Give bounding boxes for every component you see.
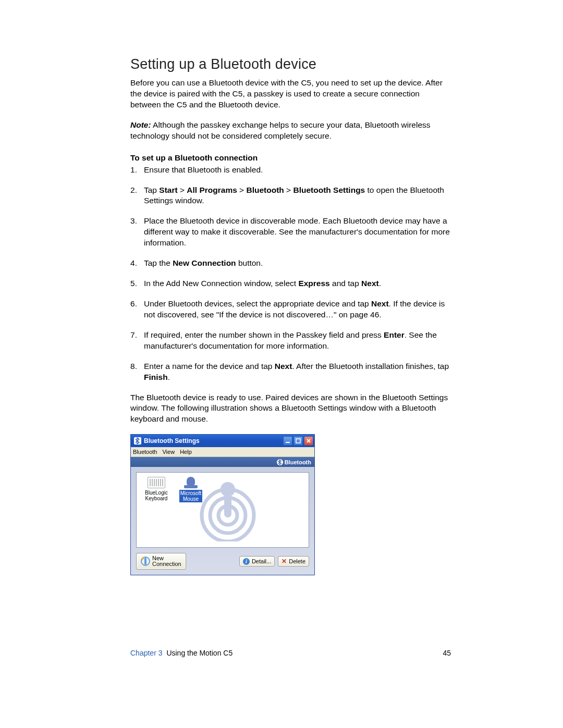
svg-rect-0 [286, 442, 290, 443]
svg-point-2 [218, 506, 237, 525]
new-connection-button[interactable]: ✦ New Connection [136, 553, 186, 570]
bold-start: Start [159, 186, 177, 194]
device-label-line1: Microsoft [180, 490, 202, 496]
device-label-line1: BlueLogic [145, 490, 168, 496]
bold-allprograms: All Programs [187, 186, 237, 194]
procedure-steps: Ensure that Bluetooth is enabled. Tap St… [130, 165, 451, 383]
bold-bluetooth: Bluetooth [246, 186, 284, 194]
svg-point-3 [210, 498, 246, 533]
note-label: Note: [130, 120, 151, 129]
text: > [237, 186, 247, 194]
svg-point-6 [221, 482, 235, 497]
step-5: In the Add New Connection window, select… [130, 278, 451, 289]
info-icon: i [243, 558, 250, 565]
maximize-button[interactable] [293, 436, 303, 446]
text: Under Bluetooth devices, select the appr… [144, 299, 371, 308]
note-paragraph: Note: Although the passkey exchange help… [130, 120, 451, 142]
window-button-row: ✦ New Connection i Detail... ✕ Delete [136, 553, 309, 570]
section-heading: Setting up a Bluetooth device [130, 56, 451, 72]
footer-chapter: Chapter 3 [130, 649, 162, 657]
button-label: Detail... [252, 558, 271, 564]
bluetooth-badge: Bluetooth [277, 459, 311, 465]
minimize-button[interactable] [283, 436, 292, 446]
text: Enter a name for the device and tap [144, 362, 275, 371]
bold-new-connection: New Connection [173, 258, 236, 267]
footer-page-number: 45 [443, 649, 451, 657]
device-keyboard[interactable]: BlueLogic Keyboard [142, 477, 171, 543]
text: . [379, 279, 381, 288]
device-label: Microsoft Mouse [179, 490, 203, 502]
menu-help[interactable]: Help [180, 449, 192, 455]
text: and tap [330, 279, 361, 288]
procedure-subhead: To set up a Bluetooth connection [130, 153, 451, 163]
step-2: Tap Start > All Programs > Bluetooth > B… [130, 185, 451, 207]
bold-enter: Enter [384, 330, 405, 339]
delete-x-icon: ✕ [282, 558, 287, 565]
step-4: Tap the New Connection button. [130, 258, 451, 269]
step-6: Under Bluetooth devices, select the appr… [130, 299, 451, 320]
svg-point-4 [202, 489, 254, 541]
button-label: Delete [289, 558, 305, 564]
button-label-line1: New [152, 555, 164, 561]
bluetooth-settings-window: Bluetooth Settings Bluetooth View Help [130, 434, 315, 575]
window-menubar: Bluetooth View Help [131, 447, 314, 457]
button-label-line2: Connection [152, 561, 181, 567]
bluetooth-badge-label: Bluetooth [285, 459, 311, 465]
page-footer: Chapter 3 Using the Motion C5 45 [130, 649, 451, 657]
bold-next: Next [361, 279, 379, 288]
window-brandbar: Bluetooth [131, 457, 314, 467]
bluetooth-badge-icon [277, 459, 283, 465]
device-mouse[interactable]: Microsoft Mouse [176, 477, 205, 543]
delete-button[interactable]: ✕ Delete [278, 556, 309, 566]
page-content: Setting up a Bluetooth device Before you… [130, 56, 451, 575]
svg-rect-1 [296, 439, 300, 443]
step-3: Place the Bluetooth device in discoverab… [130, 216, 451, 249]
window-titlebar[interactable]: Bluetooth Settings [131, 435, 314, 447]
step-7: If required, enter the number shown in t… [130, 330, 451, 352]
note-text: Although the passkey exchange helps to s… [130, 120, 431, 140]
bold-next: Next [371, 299, 389, 308]
bold-next: Next [275, 362, 292, 371]
footer-title: Using the Motion C5 [166, 649, 232, 657]
text: Tap [144, 186, 159, 194]
text: > [284, 186, 293, 194]
text: Tap the [144, 258, 173, 267]
device-label-line2: Keyboard [145, 496, 168, 501]
step-8: Enter a name for the device and tap Next… [130, 361, 451, 383]
bold-bluetooth-settings: Bluetooth Settings [293, 186, 365, 194]
menu-view[interactable]: View [162, 449, 175, 455]
bluetooth-icon [134, 437, 141, 445]
text: In the Add New Connection window, select [144, 279, 298, 288]
closing-paragraph: The Bluetooth device is ready to use. Pa… [130, 392, 451, 425]
text: > [178, 186, 187, 194]
step-1: Ensure that Bluetooth is enabled. [130, 165, 451, 176]
intro-paragraph: Before you can use a Bluetooth device wi… [130, 78, 451, 110]
bold-finish: Finish [144, 373, 168, 381]
new-connection-icon: ✦ [141, 557, 150, 566]
detail-button[interactable]: i Detail... [239, 556, 275, 566]
window-client-area: BlueLogic Keyboard Microsoft Mouse [131, 467, 314, 575]
device-label-line2: Mouse [183, 496, 199, 502]
text: If required, enter the number shown in t… [144, 330, 384, 339]
signal-waves-icon [197, 479, 280, 541]
device-list-panel: BlueLogic Keyboard Microsoft Mouse [136, 472, 309, 548]
text: . [168, 373, 170, 381]
window-title: Bluetooth Settings [144, 437, 200, 445]
mouse-icon [182, 477, 200, 488]
bold-express: Express [298, 279, 329, 288]
text: . After the Bluetooth installation finis… [292, 362, 449, 371]
text: button. [236, 258, 263, 267]
close-button[interactable] [304, 436, 313, 446]
keyboard-icon [148, 477, 165, 488]
menu-bluetooth[interactable]: Bluetooth [133, 449, 157, 455]
svg-rect-5 [224, 488, 231, 517]
